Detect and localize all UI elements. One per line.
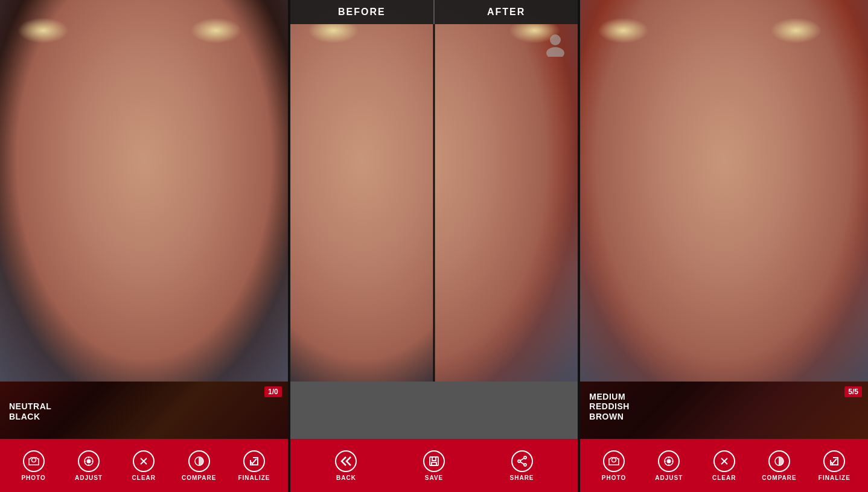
photo-icon	[23, 450, 45, 472]
left-panel: NEUTRAL BLACK 1/0 PHOTO	[0, 0, 288, 492]
right-face-photo	[580, 0, 868, 382]
left-compare-label: COMPARE	[182, 474, 216, 481]
save-icon	[423, 450, 445, 472]
compare-before-photo	[290, 0, 434, 382]
compare-header: BEFORE AFTER	[290, 0, 578, 24]
right-photo-label: PHOTO	[602, 474, 626, 481]
left-compare-button[interactable]: COMPARE	[181, 450, 217, 481]
svg-point-12	[524, 464, 526, 466]
right-photo-icon	[603, 450, 625, 472]
person-icon-overlay	[542, 30, 569, 57]
compare-gray-area	[290, 382, 578, 439]
center-toolbar: BACK SAVE	[290, 439, 578, 492]
right-clear-label: CLEAR	[712, 474, 736, 481]
right-finalize-button[interactable]: FINALIZE	[816, 450, 852, 481]
clear-icon	[133, 450, 155, 472]
finalize-icon	[243, 450, 265, 472]
compare-divider	[433, 0, 435, 382]
left-finalize-button[interactable]: FINALIZE	[236, 450, 272, 481]
compare-icon	[188, 450, 210, 472]
right-finalize-label: FINALIZE	[819, 474, 850, 481]
after-header: AFTER	[435, 0, 578, 24]
right-swatch-area: MEDIUM REDDISH BROWN 5/5	[580, 382, 868, 439]
center-panel: BEFORE AFTER B	[290, 0, 578, 492]
svg-point-7	[550, 34, 561, 45]
compare-photo-area	[290, 0, 578, 382]
right-clear-button[interactable]: CLEAR	[706, 450, 742, 481]
left-finalize-label: FINALIZE	[238, 474, 270, 481]
svg-point-13	[518, 460, 520, 462]
svg-point-0	[31, 458, 36, 462]
svg-point-8	[546, 47, 564, 57]
left-clear-button[interactable]: CLEAR	[126, 450, 162, 481]
left-toolbar: PHOTO ADJUST CLEAR	[0, 439, 288, 492]
svg-line-14	[520, 458, 524, 461]
svg-point-11	[524, 456, 526, 459]
right-adjust-label: ADJUST	[655, 474, 683, 481]
share-button[interactable]: SHARE	[504, 450, 540, 481]
svg-point-2	[86, 459, 91, 463]
svg-rect-10	[432, 462, 436, 465]
right-compare-label: COMPARE	[762, 474, 796, 481]
right-adjust-button[interactable]: ADJUST	[651, 450, 687, 481]
left-photo-area	[0, 0, 288, 382]
right-panel: MEDIUM REDDISH BROWN 5/5 PHOTO	[580, 0, 868, 492]
save-button[interactable]: SAVE	[416, 450, 452, 481]
right-compare-button[interactable]: COMPARE	[761, 450, 797, 481]
compare-after-photo	[434, 0, 578, 382]
left-adjust-button[interactable]: ADJUST	[71, 450, 107, 481]
left-swatch-badge: 1/0	[264, 386, 282, 397]
right-adjust-icon	[658, 450, 680, 472]
before-label: BEFORE	[338, 7, 386, 18]
adjust-icon	[78, 450, 100, 472]
left-photo-label: PHOTO	[21, 474, 45, 481]
left-clear-label: CLEAR	[132, 474, 156, 481]
before-header: BEFORE	[290, 0, 433, 24]
after-label: AFTER	[487, 7, 525, 18]
right-swatch-badge: 5/5	[844, 386, 862, 397]
right-clear-icon	[713, 450, 735, 472]
left-swatch-area: NEUTRAL BLACK 1/0	[0, 382, 288, 439]
right-compare-icon	[768, 450, 790, 472]
svg-rect-9	[430, 457, 438, 465]
back-icon	[335, 450, 357, 472]
right-finalize-icon	[823, 450, 845, 472]
left-swatch-label: NEUTRAL BLACK	[9, 401, 51, 422]
svg-line-15	[520, 462, 524, 464]
right-photo-button[interactable]: PHOTO	[596, 450, 632, 481]
share-icon	[511, 450, 533, 472]
svg-point-18	[667, 459, 671, 463]
left-face-photo	[0, 0, 288, 382]
right-photo-area	[580, 0, 868, 382]
back-label: BACK	[336, 474, 356, 481]
back-button[interactable]: BACK	[328, 450, 364, 481]
left-adjust-label: ADJUST	[75, 474, 103, 481]
left-photo-button[interactable]: PHOTO	[16, 450, 52, 481]
svg-point-16	[612, 458, 616, 462]
right-swatch-label: MEDIUM REDDISH BROWN	[589, 392, 630, 422]
share-label: SHARE	[510, 474, 534, 481]
right-toolbar: PHOTO ADJUST CLEAR	[580, 439, 868, 492]
save-label: SAVE	[425, 474, 444, 481]
